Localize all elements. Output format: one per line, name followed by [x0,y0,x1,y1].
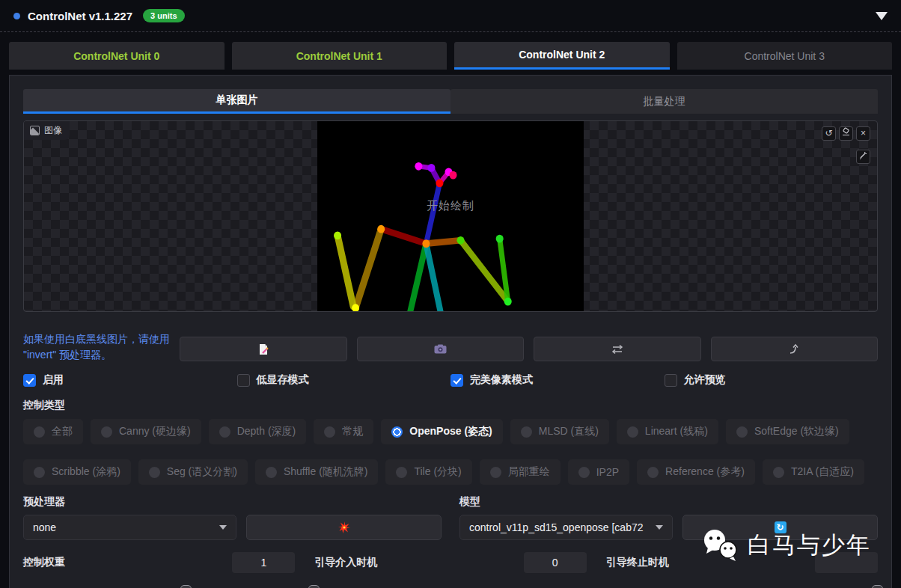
control-type-lineart[interactable]: Lineart (线稿) [617,419,718,444]
slider-handle[interactable] [308,585,320,588]
mode-tab-bar: 单张图片 批量处理 [23,89,878,114]
allow-preview-label: 允许预览 [684,373,726,387]
actions-row: 如果使用白底黑线图片，请使用 "invert" 预处理器。 [23,331,878,363]
control-weight-input[interactable] [232,552,295,573]
radio-icon [34,467,45,478]
run-preprocessor-button[interactable] [246,515,442,540]
guidance-start-slider[interactable] [314,585,586,588]
control-type-reference[interactable]: Reference (参考) [637,459,755,485]
enable-checkbox[interactable] [23,374,36,387]
radio-icon [578,467,590,478]
preprocessor-column: 预处理器 none [23,495,442,540]
hint-line-1: 如果使用白底黑线图片，请使用 [23,331,170,347]
lowvram-checkbox[interactable] [237,374,250,387]
close-icon: × [861,128,866,138]
radio-icon [396,467,407,478]
option-enable: 启用 [23,373,237,387]
image-toolbar-row2 [856,150,870,164]
run-preprocessor-icon [338,521,350,533]
tab-controlnet-unit-0[interactable]: ControlNet Unit 0 [9,42,225,70]
slider-handle[interactable] [180,585,192,588]
undo-icon: ↺ [825,128,832,138]
model-label: 模型 [459,495,878,509]
eraser-icon [841,127,851,137]
control-type-all[interactable]: 全部 [23,419,83,444]
tab-controlnet-unit-2[interactable]: ControlNet Unit 2 [454,42,670,70]
model-dropdown[interactable]: control_v11p_sd15_openpose [cab72 [459,515,673,540]
eraser-button[interactable] [839,126,853,141]
control-type-ip2p[interactable]: IP2P [568,459,629,485]
pixel-perfect-label: 完美像素模式 [470,373,533,387]
chip-label: T2IA (自适应) [791,465,854,479]
control-type-inpaint[interactable]: 局部重绘 [480,459,561,485]
radio-icon [149,467,160,478]
image-dropzone[interactable]: 开始绘制 图像 ↺ × [23,120,878,312]
guidance-start-input[interactable] [524,552,587,573]
watermark-text: 白马与少年 [748,530,871,561]
control-type-scribble[interactable]: Scribble (涂鸦) [23,459,131,485]
chip-label: IP2P [596,466,619,478]
control-weight-label: 控制权重 [23,556,65,569]
control-type-depth[interactable]: Depth (深度) [209,419,307,444]
control-type-label: 控制类型 [23,399,878,412]
chip-label: Tile (分块) [414,465,461,479]
guidance-start-label: 引导介入时机 [314,556,377,569]
chip-label: Lineart (线稿) [645,425,708,438]
new-canvas-button[interactable] [180,337,347,361]
control-type-t2ia[interactable]: T2IA (自适应) [763,459,864,485]
radio-icon [34,426,45,438]
image-label: 图像 [24,121,70,140]
clear-image-button[interactable]: × [856,126,870,141]
guidance-end-slider[interactable] [606,585,878,588]
radio-icon [219,426,230,438]
tab-batch-process[interactable]: 批量处理 [450,89,878,114]
control-type-normal[interactable]: 常规 [314,419,373,444]
unit-2-panel: 单张图片 批量处理 开始绘制 图像 ↺ × [9,75,892,588]
swap-arrows-icon [611,344,624,355]
radio-icon [773,467,784,478]
control-type-canny[interactable]: Canny (硬边缘) [91,419,201,444]
control-type-tile[interactable]: Tile (分块) [385,459,471,485]
control-type-shuffle[interactable]: Shuffle (随机洗牌) [255,459,379,485]
webcam-button[interactable] [357,337,525,361]
collapse-arrow-icon[interactable] [876,12,888,20]
preprocessor-dropdown[interactable]: none [23,515,236,540]
new-canvas-icon [257,343,269,355]
control-type-mlsd[interactable]: MLSD (直线) [510,419,609,444]
radio-icon [627,426,638,438]
chevron-down-icon [219,525,227,530]
control-type-openpose[interactable]: OpenPose (姿态) [381,419,502,444]
control-weight-slider[interactable] [23,585,295,588]
mirror-webcam-button[interactable] [534,337,701,361]
openpose-image: 开始绘制 [317,121,584,311]
status-dot-icon [13,13,20,19]
chip-label: Canny (硬边缘) [119,425,191,438]
webcam-icon [434,344,447,354]
control-type-seg[interactable]: Seg (语义分割) [138,459,248,485]
top-bar: ControlNet v1.1.227 3 units [0,0,901,31]
control-type-softedge[interactable]: SoftEdge (软边缘) [726,419,849,444]
allow-preview-checkbox[interactable] [665,374,677,387]
tab-controlnet-unit-1[interactable]: ControlNet Unit 1 [232,42,448,70]
option-lowvram: 低显存模式 [237,373,451,387]
tab-controlnet-unit-3[interactable]: ControlNet Unit 3 [677,42,893,70]
control-weight-cell: 控制权重 [23,552,295,573]
pixel-perfect-checkbox[interactable] [450,374,463,387]
lowvram-label: 低显存模式 [257,373,309,387]
preprocessor-label: 预处理器 [23,495,442,509]
chip-label: MLSD (直线) [539,425,599,438]
image-toolbar: ↺ × [822,126,870,141]
tab-single-image[interactable]: 单张图片 [23,89,450,114]
radio-icon [521,426,532,438]
options-row: 启用 低显存模式 完美像素模式 允许预览 [23,373,878,387]
wechat-logo-icon [700,528,741,563]
radio-icon [266,467,277,478]
undo-button[interactable]: ↺ [822,126,836,141]
image-label-text: 图像 [44,124,62,137]
control-type-options: 全部 Canny (硬边缘) Depth (深度) 常规 OpenPose (姿… [23,419,878,485]
send-dimensions-button[interactable] [711,337,879,361]
radio-icon [647,467,659,478]
option-pixel-perfect: 完美像素模式 [450,373,665,387]
slider-handle[interactable] [872,585,883,588]
edit-pose-button[interactable] [856,150,870,164]
